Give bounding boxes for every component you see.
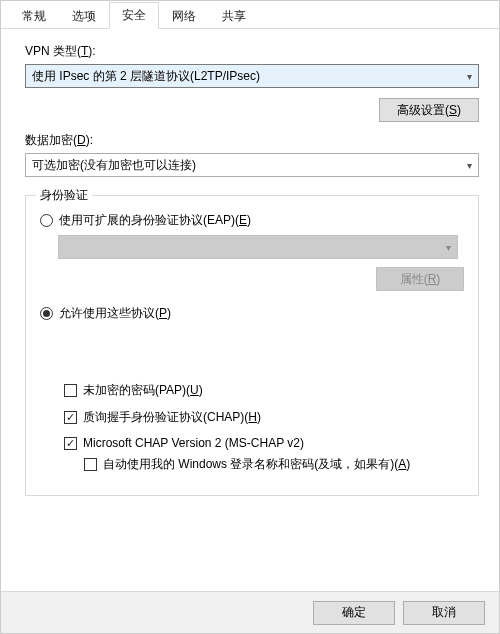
auto-logon-label: 自动使用我的 Windows 登录名称和密码(及域，如果有)(A) [103, 456, 410, 473]
radio-icon [40, 214, 53, 227]
pap-label: 未加密的密码(PAP)(U) [83, 382, 203, 399]
auth-fieldset: 身份验证 使用可扩展的身份验证协议(EAP)(E) ▾ 属性(R) 允许使用这些… [25, 195, 479, 496]
dialog-footer: 确定 取消 [1, 591, 499, 633]
protocols-radio-label: 允许使用这些协议(P) [59, 305, 171, 322]
vpn-type-select[interactable]: 使用 IPsec 的第 2 层隧道协议(L2TP/IPsec) ▾ [25, 64, 479, 88]
tab-security[interactable]: 安全 [109, 2, 159, 29]
eap-method-select: ▾ [58, 235, 458, 259]
chap-label: 质询握手身份验证协议(CHAP)(H) [83, 409, 261, 426]
eap-radio-row[interactable]: 使用可扩展的身份验证协议(EAP)(E) [40, 212, 464, 229]
tab-network[interactable]: 网络 [159, 3, 209, 29]
advanced-settings-button[interactable]: 高级设置(S) [379, 98, 479, 122]
protocols-radio-row[interactable]: 允许使用这些协议(P) [40, 305, 464, 322]
radio-icon [40, 307, 53, 320]
tabs-bar: 常规 选项 安全 网络 共享 [1, 1, 499, 29]
checkbox-icon [64, 437, 77, 450]
eap-radio-label: 使用可扩展的身份验证协议(EAP)(E) [59, 212, 251, 229]
tab-sharing[interactable]: 共享 [209, 3, 259, 29]
checkbox-icon [84, 458, 97, 471]
encryption-value: 可选加密(没有加密也可以连接) [32, 157, 196, 174]
eap-properties-button: 属性(R) [376, 267, 464, 291]
checkbox-icon [64, 384, 77, 397]
vpn-type-label: VPN 类型(T): [25, 43, 479, 60]
auth-legend: 身份验证 [36, 187, 92, 204]
chevron-down-icon: ▾ [467, 71, 472, 82]
encryption-label: 数据加密(D): [25, 132, 479, 149]
pap-checkbox-row[interactable]: 未加密的密码(PAP)(U) [64, 382, 464, 399]
auto-logon-checkbox-row[interactable]: 自动使用我的 Windows 登录名称和密码(及域，如果有)(A) [84, 456, 464, 473]
encryption-select[interactable]: 可选加密(没有加密也可以连接) ▾ [25, 153, 479, 177]
cancel-button[interactable]: 取消 [403, 601, 485, 625]
tab-general[interactable]: 常规 [9, 3, 59, 29]
chevron-down-icon: ▾ [446, 242, 451, 253]
chevron-down-icon: ▾ [467, 160, 472, 171]
checkbox-icon [64, 411, 77, 424]
vpn-type-value: 使用 IPsec 的第 2 层隧道协议(L2TP/IPsec) [32, 68, 260, 85]
chap-checkbox-row[interactable]: 质询握手身份验证协议(CHAP)(H) [64, 409, 464, 426]
tab-options[interactable]: 选项 [59, 3, 109, 29]
mschap-checkbox-row[interactable]: Microsoft CHAP Version 2 (MS-CHAP v2) [64, 436, 464, 450]
ok-button[interactable]: 确定 [313, 601, 395, 625]
mschap-label: Microsoft CHAP Version 2 (MS-CHAP v2) [83, 436, 304, 450]
